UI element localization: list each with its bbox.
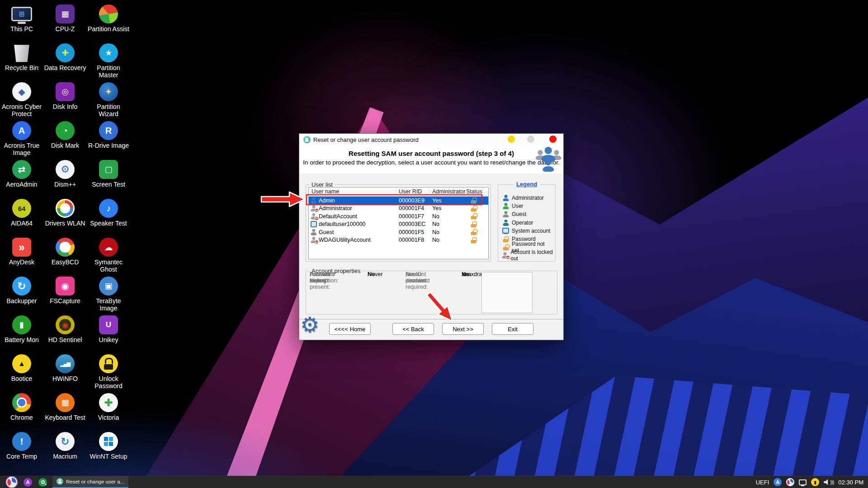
maximize-button[interactable] [527,136,534,143]
desktop-icon-label: HD Sentinel [48,337,82,344]
user-name-cell: DefaultAccount [319,213,396,220]
desktop-icon[interactable]: ▢ Screen Test [87,159,130,198]
desktop-icon-label: Partition Master [87,65,130,79]
tray-feather-icon[interactable] [786,478,794,486]
legend-icon [502,236,509,243]
desktop-icon[interactable]: ▲ Bootice [0,353,43,392]
desktop-icon[interactable]: ▦ CPU-Z [43,4,87,42]
legend-icon [502,220,509,226]
desktop-icon[interactable]: ✚ Data Recovery [43,42,87,81]
search-icon[interactable] [38,478,47,487]
desktop-icon[interactable]: ◉ HD Sentinel [43,314,87,353]
divider [299,319,563,320]
user-type-icon [309,197,319,204]
status-cell [463,229,483,235]
desktop-icon[interactable]: ▂▄▆ HWiNFO [43,353,87,392]
dialog-titlebar[interactable]: Reset or change user account password [299,134,563,145]
desktop-icon[interactable]: WinNT Setup [87,431,130,470]
desktop-icon[interactable]: ⚙ Dism++ [43,159,87,198]
desktop-icon[interactable]: 64 AIDA64 [0,198,43,237]
desktop-icon[interactable]: ↻ Backupper [0,276,43,314]
desktop-icon[interactable]: ↻ Macrium [43,431,87,470]
usb-drive-icon[interactable]: ▮ [811,478,819,486]
desktop-icon[interactable]: ★ Partition Master [87,42,130,81]
exit-button[interactable]: Exit [492,323,533,335]
desktop-icon-label: Unikey [99,337,118,344]
desktop-icon[interactable]: EasyBCD [43,237,87,276]
desktop-icon[interactable]: Recycle Bin [0,42,43,81]
app-icon [56,199,75,218]
user-row[interactable]: defaultuser100000 000003EC No [309,221,488,229]
home-button[interactable]: <<<< Home [329,323,371,335]
desktop-icon-label: AeroAdmin [6,181,37,188]
desktop-icon[interactable]: R R-Drive Image [87,120,130,159]
lock-icon [471,205,476,211]
next-button[interactable]: Next >> [442,323,484,335]
user-list-group: User list User nameUser RIDAdministrator… [306,184,491,262]
desktop-icon-label: CPU-Z [56,26,75,33]
desktop-icon[interactable]: ⇄ AeroAdmin [0,159,43,198]
desktop-icon-label: Macrium [53,453,77,460]
tray-app-store-icon[interactable]: A [774,478,782,486]
desktop-icon[interactable]: ☁ Symantec Ghost [87,237,130,276]
desktop-icon[interactable]: ◆ Acronis Cyber Protect [0,81,43,120]
desktop-icon[interactable]: A Acronis True Image [0,120,43,159]
desktop-icon[interactable]: ▦ Keyboard Test [43,392,87,431]
lock-icon [471,221,476,227]
desktop-icon-label: Acronis True Image [0,142,43,156]
minimize-button[interactable] [508,136,515,143]
taskbar-task-button[interactable]: Reset or change user a... [52,476,128,488]
desktop-icon[interactable]: ♪ Speaker Test [87,198,130,237]
user-list-table[interactable]: User nameUser RIDAdministratorStatus Adm… [308,187,489,259]
desktop-icon-label: Core Temp [6,453,37,460]
volume-icon[interactable]: ))) [824,479,834,485]
desktop-icon[interactable]: ⊞ This PC [0,4,43,42]
user-row[interactable]: Administrator 000001F4 Yes [309,205,488,213]
desktop-icon[interactable]: ◔ Disk Mark [43,120,87,159]
user-type-icon [309,213,319,220]
desktop-icon-grid: ⊞ This PC ▦ CPU-Z Partition Assist Recyc… [0,4,130,470]
back-button[interactable]: << Back [392,323,434,335]
close-button[interactable] [549,136,557,143]
desktop-icon[interactable]: Chrome [0,392,43,431]
status-cell [463,237,483,244]
desktop-icon[interactable]: Drivers WLAN [43,198,87,237]
app-icon: ▦ [56,393,75,412]
desktop-icon[interactable]: ▣ TeraByte Image [87,276,130,314]
gear-icon: ⚙ [300,314,319,335]
desktop-icon[interactable]: Partition Assist [87,4,130,42]
legend-icon [502,211,509,217]
column-header[interactable]: User RID [396,188,429,196]
desktop-icon[interactable]: ✚ Victoria [87,392,130,431]
desktop-icon[interactable]: U Unikey [87,314,130,353]
desktop-icon[interactable]: Unlock Password [87,353,130,392]
user-row[interactable]: WDAGUtilityAccount 000001F8 No [309,236,488,244]
app-icon: ☁ [99,238,118,257]
desktop-icon[interactable]: ! Core Temp [0,431,43,470]
app-icon: A [12,121,31,140]
lock-icon [471,237,476,243]
desktop-icon[interactable]: ✦ Partition Wizard [87,81,130,120]
user-row[interactable]: DefaultAccount 000001F7 No [309,212,488,221]
column-header[interactable]: User name [309,188,396,196]
column-header[interactable]: Administrator [429,188,463,196]
user-row[interactable]: Admin 000003E9 Yes [309,197,488,205]
user-rid-cell: 000001F5 [396,229,429,235]
user-rid-cell: 000001F8 [396,237,429,243]
desktop-icon[interactable]: » AnyDesk [0,237,43,276]
start-button-feather-icon[interactable] [6,477,17,488]
desktop-icon[interactable]: ◎ Disk Info [43,81,87,120]
network-icon[interactable] [799,479,807,485]
status-cell [463,221,483,228]
user-row[interactable]: Guest 000001F5 No [309,228,488,236]
desktop-icon-label: Screen Test [92,181,125,188]
legend-title: Legend [514,181,540,188]
desktop-icon[interactable]: ▮ Battery Mon [0,314,43,353]
column-header[interactable]: Status [463,188,483,196]
administrator-cell: No [429,237,463,243]
desktop-icon-label: TeraByte Image [87,298,130,312]
app-store-icon[interactable]: A [24,478,32,487]
status-cell [463,197,483,204]
desktop-icon[interactable]: ◉ FSCapture [43,276,87,314]
administrator-cell: No [429,221,463,227]
